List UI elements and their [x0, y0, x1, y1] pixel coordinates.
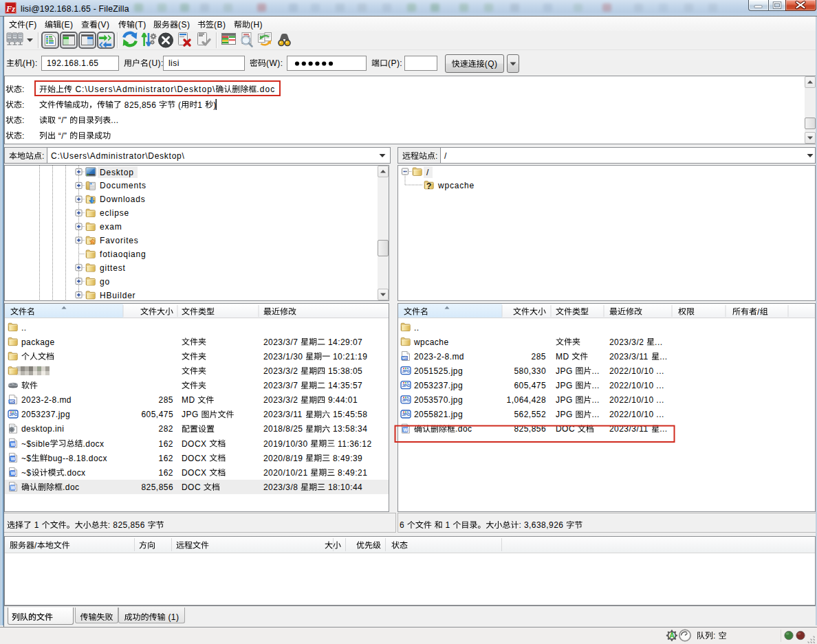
svg-text:(E): (E) [61, 20, 73, 30]
svg-text:2023-2-8.md: 2023-2-8.md [21, 395, 72, 405]
svg-text:605,475: 605,475 [514, 381, 547, 390]
svg-text:DOC: DOC [182, 482, 204, 492]
svg-text:JPG: JPG [556, 410, 575, 419]
svg-text:...: ... [592, 410, 600, 419]
svg-text:2022/10/10 ...: 2022/10/10 ... [609, 395, 664, 405]
svg-text:2023/3/2: 2023/3/2 [263, 366, 301, 376]
svg-text:...: ... [655, 337, 662, 347]
svg-text:2019/10/30: 2019/10/30 [263, 439, 310, 449]
svg-text:(S): (S) [178, 20, 190, 30]
svg-text:2023/3/8: 2023/3/8 [263, 482, 301, 492]
svg-text:14:35:57: 14:35:57 [325, 381, 362, 390]
svg-text:~$: ~$ [21, 468, 32, 478]
svg-text:15:45:58: 15:45:58 [330, 410, 367, 419]
svg-text:2023/1/30: 2023/1/30 [263, 352, 305, 362]
svg-text:2023/3/11: 2023/3/11 [263, 410, 305, 419]
svg-text:2022/10/10 ...: 2022/10/10 ... [609, 410, 664, 419]
svg-text:: 3,638,926: : 3,638,926 [519, 520, 566, 530]
svg-text:2022/10/10 ...: 2022/10/10 ... [609, 381, 664, 390]
svg-text:825,856: 825,856 [142, 482, 174, 492]
svg-text:1: 1 [32, 520, 42, 530]
svg-text:wpcache: wpcache [413, 337, 449, 347]
svg-text:...: ... [111, 115, 118, 125]
svg-text:DOCX: DOCX [182, 468, 209, 478]
svg-text:(T): (T) [135, 20, 146, 30]
svg-text:2023/3/2: 2023/3/2 [263, 395, 301, 405]
svg-text:(U):: (U): [149, 58, 164, 68]
svg-text:2023/3/7: 2023/3/7 [263, 381, 301, 390]
svg-text:(1): (1) [166, 612, 179, 622]
svg-text:JPG: JPG [182, 410, 201, 419]
svg-text:580,330: 580,330 [514, 366, 547, 376]
svg-text:.docx: .docx [83, 439, 105, 449]
svg-text:Downloads: Downloads [100, 195, 146, 204]
svg-text:162: 162 [159, 454, 173, 463]
svg-text:2020/8/19: 2020/8/19 [263, 454, 305, 463]
svg-text:2023/3/7: 2023/3/7 [263, 337, 301, 347]
svg-text:15:38:05: 15:38:05 [325, 366, 362, 376]
svg-text::: : [22, 85, 25, 94]
svg-text:package: package [21, 337, 55, 347]
svg-text:DOCX: DOCX [182, 439, 209, 449]
svg-text:desktop.ini: desktop.ini [21, 424, 64, 434]
svg-text:Favorites: Favorites [100, 236, 139, 245]
svg-text:/: / [426, 168, 429, 177]
svg-text:6: 6 [400, 520, 407, 530]
svg-text:13:58:34: 13:58:34 [330, 424, 367, 434]
svg-text:2053237.jpg: 2053237.jpg [21, 410, 70, 419]
svg-text:282: 282 [159, 424, 173, 434]
svg-text:1: 1 [443, 520, 453, 530]
svg-text:~$: ~$ [21, 454, 32, 463]
svg-text:285: 285 [159, 395, 173, 405]
svg-text:562,552: 562,552 [514, 410, 547, 419]
svg-text:JPG: JPG [556, 381, 575, 390]
svg-text:18:10:44: 18:10:44 [325, 482, 362, 492]
svg-text:: 825,856: : 825,856 [108, 520, 148, 530]
svg-text::: : [713, 631, 719, 641]
svg-text:2023/3/11: 2023/3/11 [609, 352, 651, 362]
svg-text:gittest: gittest [100, 263, 126, 273]
svg-text:2055821.jpg: 2055821.jpg [414, 410, 463, 419]
svg-text:lisi@192.168.1.65 - FileZilla: lisi@192.168.1.65 - FileZilla [21, 4, 129, 14]
svg-text:2051525.jpg: 2051525.jpg [414, 366, 463, 376]
svg-text:exam: exam [100, 222, 122, 232]
svg-text:.doc: .doc [257, 85, 275, 94]
svg-text:/: / [34, 541, 37, 551]
svg-text:8:49:39: 8:49:39 [330, 454, 362, 463]
svg-text:2053237.jpg: 2053237.jpg [414, 381, 463, 390]
svg-text:(B): (B) [214, 20, 226, 30]
svg-text:10:21:19: 10:21:19 [330, 352, 367, 362]
svg-text:..: .. [414, 323, 420, 333]
svg-text::: : [42, 151, 45, 161]
svg-text:2020/10/21: 2020/10/21 [263, 468, 310, 478]
svg-text::: : [22, 115, 25, 125]
svg-text:2018/8/25: 2018/8/25 [263, 424, 305, 434]
svg-text:(: ( [175, 100, 181, 110]
svg-text:Documents: Documents [100, 181, 146, 190]
svg-text:fotiaoqiang: fotiaoqiang [100, 249, 146, 259]
svg-text:1: 1 [197, 100, 205, 110]
svg-text:Fz: Fz [6, 4, 15, 14]
svg-text:9:44:01: 9:44:01 [325, 395, 358, 405]
svg-text:8:49:21: 8:49:21 [335, 468, 367, 478]
svg-text:..: .. [21, 323, 27, 333]
svg-text:go: go [100, 277, 110, 287]
svg-text:.doc: .doc [63, 482, 79, 492]
svg-text:C:\Users\Administrator\Desktop: C:\Users\Administrator\Desktop\ [72, 85, 215, 94]
svg-text:2023/3/2: 2023/3/2 [609, 337, 646, 347]
svg-text:.docx: .docx [65, 468, 86, 478]
svg-text:825,856: 825,856 [122, 100, 159, 110]
svg-text:1,064,428: 1,064,428 [507, 395, 546, 405]
svg-text:(V): (V) [98, 20, 109, 30]
svg-text:605,475: 605,475 [142, 410, 174, 419]
svg-text:(P):: (P): [388, 58, 402, 68]
svg-text:...: ... [660, 352, 667, 362]
svg-text:2022/10/10 ...: 2022/10/10 ... [609, 366, 664, 376]
svg-text:DOCX: DOCX [182, 454, 209, 463]
svg-text:...: ... [592, 366, 600, 376]
svg-text:JPG: JPG [556, 366, 575, 376]
svg-text:wpcache: wpcache [437, 181, 475, 190]
svg-text::: : [435, 151, 438, 161]
svg-text:~$sible: ~$sible [21, 439, 50, 449]
svg-text:162: 162 [159, 468, 173, 478]
